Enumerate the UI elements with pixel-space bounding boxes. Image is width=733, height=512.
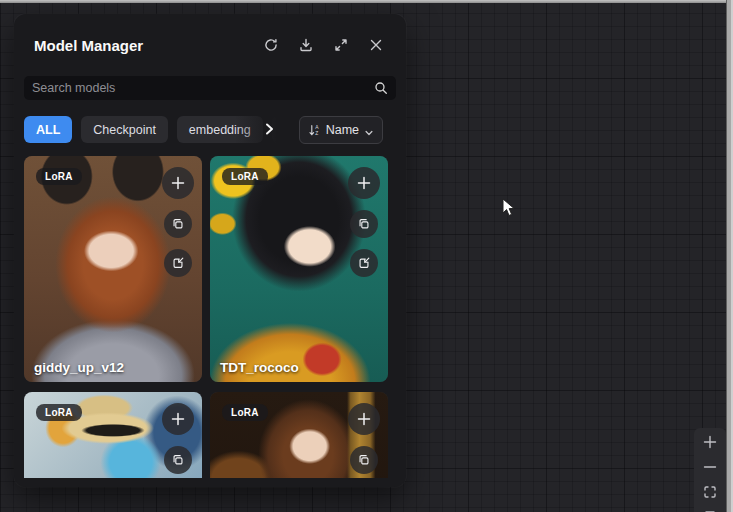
model-card-grid: LoRA giddy_up_v12 LoRA	[24, 156, 396, 478]
model-type-badge: LoRA	[36, 168, 82, 185]
card-actions	[348, 167, 380, 277]
window-frame-top	[0, 0, 733, 3]
fit-view-icon[interactable]	[697, 481, 723, 503]
extra-control-icon[interactable]	[697, 506, 723, 512]
close-icon[interactable]	[368, 37, 384, 53]
filter-chip-all[interactable]: ALL	[24, 116, 72, 143]
canvas-zoom-toolbar	[694, 428, 726, 512]
add-model-button[interactable]	[162, 403, 194, 435]
refresh-icon[interactable]	[263, 37, 279, 53]
card-actions	[162, 403, 194, 474]
panel-header: Model Manager	[24, 34, 396, 56]
copy-button[interactable]	[350, 446, 378, 474]
window-frame-right	[726, 0, 733, 512]
zoom-in-icon[interactable]	[697, 431, 723, 453]
sort-alpha-icon: A Z	[308, 123, 321, 137]
search-bar	[24, 76, 396, 100]
model-type-badge: LoRA	[36, 404, 82, 421]
filter-row: ALL Checkpoint embedding Hype A Z Name	[24, 116, 396, 143]
model-type-badge: LoRA	[222, 404, 268, 421]
card-actions	[162, 167, 194, 277]
model-name: TDT_rococo	[220, 360, 299, 375]
zoom-out-icon[interactable]	[697, 456, 723, 478]
search-input[interactable]	[32, 81, 374, 95]
import-button[interactable]	[350, 249, 378, 277]
sort-dropdown[interactable]: A Z Name	[299, 116, 383, 144]
copy-button[interactable]	[164, 210, 192, 238]
sort-label: Name	[326, 123, 359, 137]
card-actions	[348, 403, 380, 474]
svg-text:Z: Z	[315, 130, 318, 136]
add-model-button[interactable]	[348, 403, 380, 435]
model-type-badge: LoRA	[222, 168, 268, 185]
filter-chip-strip: ALL Checkpoint embedding Hype	[24, 116, 291, 143]
filter-chip-embedding[interactable]: embedding	[177, 116, 263, 143]
model-card-tdt-rococo[interactable]: LoRA TDT_rococo	[210, 156, 388, 382]
add-model-button[interactable]	[162, 167, 194, 199]
add-model-button[interactable]	[348, 167, 380, 199]
chevron-down-icon	[364, 124, 374, 135]
model-card-4[interactable]: LoRA	[210, 392, 388, 478]
model-card-giddy-up-v12[interactable]: LoRA giddy_up_v12	[24, 156, 202, 382]
model-manager-panel: Model Manager	[14, 14, 406, 487]
search-icon[interactable]	[374, 81, 388, 95]
expand-icon[interactable]	[333, 37, 349, 53]
panel-toolbar	[263, 37, 396, 53]
copy-button[interactable]	[350, 210, 378, 238]
panel-title: Model Manager	[24, 37, 263, 54]
download-icon[interactable]	[298, 37, 314, 53]
filter-chip-checkpoint[interactable]: Checkpoint	[81, 116, 168, 143]
model-name: giddy_up_v12	[34, 360, 124, 375]
import-button[interactable]	[164, 249, 192, 277]
model-card-3[interactable]: LoRA	[24, 392, 202, 478]
chip-scroll-right-icon[interactable]	[261, 121, 277, 137]
copy-button[interactable]	[164, 446, 192, 474]
